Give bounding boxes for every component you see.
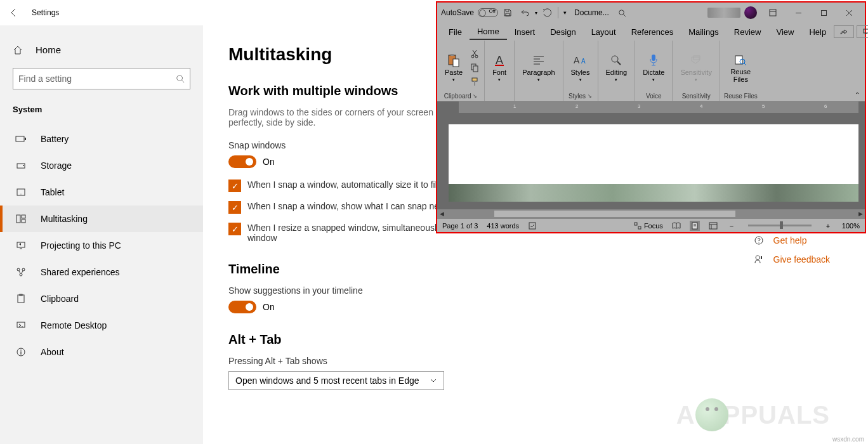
search-input[interactable]: Find a setting bbox=[13, 68, 190, 89]
menu-home[interactable]: Home bbox=[470, 24, 507, 40]
reuse-button[interactable]: Reuse Files bbox=[724, 51, 757, 84]
sidebar-item-about[interactable]: About bbox=[0, 339, 203, 365]
minimize-icon[interactable] bbox=[786, 4, 810, 22]
zoom-slider[interactable] bbox=[748, 225, 812, 226]
menu-review[interactable]: Review bbox=[727, 25, 769, 39]
sidebar-item-tablet[interactable]: Tablet bbox=[0, 179, 203, 206]
document-name[interactable]: Docume... bbox=[574, 8, 609, 17]
ribbon-collapse-icon[interactable]: ⌃ bbox=[850, 89, 865, 101]
sidebar-item-remote[interactable]: Remote Desktop bbox=[0, 312, 203, 339]
print-layout-icon[interactable] bbox=[690, 221, 700, 231]
save-icon[interactable] bbox=[499, 4, 516, 21]
sidebar-home[interactable]: Home bbox=[0, 38, 203, 62]
ruler-mark: 3 bbox=[638, 103, 640, 109]
menu-layout[interactable]: Layout bbox=[584, 25, 624, 39]
svg-rect-40 bbox=[472, 78, 477, 81]
check-resize[interactable]: ✓ bbox=[228, 223, 241, 235]
status-page[interactable]: Page 1 of 3 bbox=[442, 222, 478, 230]
menu-help[interactable]: Help bbox=[801, 25, 834, 39]
reuse-icon bbox=[733, 53, 747, 67]
dialog-launcher-icon[interactable]: ↘ bbox=[473, 93, 477, 99]
zoom-out-button[interactable]: − bbox=[727, 221, 737, 231]
sidebar-item-clipboard[interactable]: Clipboard bbox=[0, 285, 203, 312]
share-button[interactable] bbox=[834, 25, 854, 38]
undo-icon[interactable] bbox=[517, 4, 534, 21]
undo-dropdown-icon[interactable]: ▾ bbox=[535, 10, 537, 16]
autosave-toggle[interactable]: Off bbox=[478, 8, 498, 17]
sidebar-item-battery[interactable]: Battery bbox=[0, 126, 203, 152]
close-icon[interactable] bbox=[837, 4, 861, 22]
dialog-launcher-icon[interactable]: ↘ bbox=[588, 93, 592, 99]
svg-point-13 bbox=[22, 268, 25, 271]
timeline-toggle[interactable] bbox=[228, 301, 256, 313]
back-arrow-icon[interactable] bbox=[8, 6, 20, 19]
editing-label: Editing bbox=[606, 69, 628, 76]
svg-point-22 bbox=[758, 242, 759, 242]
menu-design[interactable]: Design bbox=[542, 25, 583, 39]
spelling-icon[interactable] bbox=[528, 221, 537, 230]
qat-customize-icon[interactable]: ▾ bbox=[561, 10, 569, 16]
font-button[interactable]: A Font ▾ bbox=[489, 52, 510, 84]
nav-label: Remote Desktop bbox=[41, 320, 107, 330]
svg-line-1 bbox=[182, 81, 185, 83]
menu-view[interactable]: View bbox=[768, 25, 801, 39]
get-help-link[interactable]: Get help bbox=[753, 235, 831, 246]
styles-button[interactable]: AA Styles ▾ bbox=[567, 52, 594, 84]
snap-toggle[interactable] bbox=[228, 155, 256, 168]
timeline-label: Show suggestions in your timeline bbox=[228, 285, 843, 296]
copy-icon[interactable] bbox=[469, 62, 480, 74]
svg-rect-10 bbox=[22, 219, 25, 223]
sidebar-item-storage[interactable]: Storage bbox=[0, 152, 203, 179]
redo-icon[interactable] bbox=[539, 4, 555, 21]
menu-mailings[interactable]: Mailings bbox=[681, 25, 727, 39]
status-words[interactable]: 413 words bbox=[487, 222, 519, 230]
project-icon bbox=[15, 240, 27, 251]
tablet-icon bbox=[15, 186, 27, 198]
cut-icon[interactable] bbox=[469, 48, 480, 60]
feedback-link[interactable]: Give feedback bbox=[753, 254, 831, 265]
editing-button[interactable]: Editing ▾ bbox=[602, 52, 631, 84]
alttab-select[interactable]: Open windows and 5 most recent tabs in E… bbox=[228, 371, 444, 390]
paragraph-button[interactable]: Paragraph ▾ bbox=[518, 52, 558, 84]
svg-rect-20 bbox=[20, 351, 21, 355]
dropdown-icon: ▾ bbox=[452, 77, 455, 82]
scroll-left-icon[interactable]: ◀ bbox=[437, 209, 446, 218]
format-painter-icon[interactable] bbox=[469, 76, 480, 88]
menu-references[interactable]: References bbox=[624, 25, 681, 39]
maximize-icon[interactable] bbox=[812, 4, 836, 22]
document-page[interactable] bbox=[449, 124, 858, 184]
sidebar-item-multitasking[interactable]: Multitasking bbox=[0, 206, 203, 232]
ribbon-display-icon[interactable] bbox=[761, 4, 785, 22]
ruler-mark: 5 bbox=[762, 103, 765, 109]
account-name[interactable] bbox=[707, 8, 740, 18]
document-image[interactable] bbox=[449, 184, 858, 202]
paste-icon bbox=[447, 53, 461, 67]
read-mode-icon[interactable] bbox=[672, 222, 681, 230]
zoom-in-button[interactable]: + bbox=[823, 221, 833, 231]
font-label: Font bbox=[492, 69, 506, 76]
focus-button[interactable]: Focus bbox=[634, 222, 663, 230]
horizontal-scrollbar[interactable]: ◀ ▶ bbox=[437, 209, 865, 218]
document-area[interactable]: ◀ ▶ bbox=[437, 113, 865, 218]
zoom-level[interactable]: 100% bbox=[842, 222, 860, 230]
scroll-right-icon[interactable]: ▶ bbox=[856, 209, 865, 218]
autosave-control[interactable]: AutoSave Off bbox=[441, 8, 498, 17]
dictate-button[interactable]: Dictate ▾ bbox=[639, 52, 668, 84]
avatar[interactable] bbox=[744, 6, 757, 19]
comments-button[interactable] bbox=[857, 25, 868, 38]
menu-insert[interactable]: Insert bbox=[507, 25, 543, 39]
web-layout-icon[interactable] bbox=[709, 222, 718, 230]
menu-file[interactable]: File bbox=[441, 25, 470, 39]
check-next[interactable]: ✓ bbox=[228, 201, 241, 214]
sensitivity-icon bbox=[689, 53, 703, 67]
sidebar-item-shared[interactable]: Shared experiences bbox=[0, 259, 203, 285]
ruler[interactable]: 1 2 3 4 5 6 bbox=[437, 101, 865, 113]
sensitivity-button[interactable]: Sensitivity ▾ bbox=[676, 52, 716, 84]
scrollbar-thumb[interactable] bbox=[494, 211, 735, 217]
check-fill[interactable]: ✓ bbox=[228, 180, 241, 192]
svg-line-25 bbox=[624, 14, 626, 16]
paste-button[interactable]: Paste ▾ bbox=[441, 52, 466, 84]
search-icon-word[interactable] bbox=[614, 4, 631, 21]
sidebar-item-projecting[interactable]: Projecting to this PC bbox=[0, 232, 203, 259]
svg-rect-2 bbox=[16, 136, 24, 141]
